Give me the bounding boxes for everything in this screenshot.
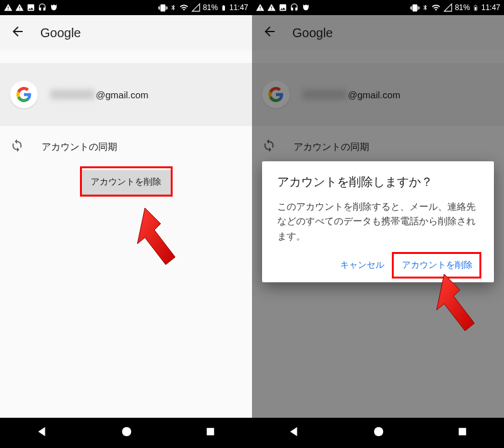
- battery-pct: 81%: [203, 3, 218, 12]
- clock-time: 11:47: [481, 3, 500, 12]
- nav-recent-icon[interactable]: [204, 425, 217, 440]
- warning-icon: [267, 3, 276, 12]
- app-bar: Google: [0, 15, 252, 50]
- sync-label: アカウントの同期: [42, 141, 117, 153]
- svg-rect-2: [207, 428, 214, 435]
- bluetooth-icon: [422, 3, 428, 12]
- dialog-confirm-button[interactable]: アカウントを削除: [396, 253, 479, 277]
- svg-rect-3: [475, 7, 477, 10]
- warning-icon: [4, 3, 13, 12]
- delete-account-button[interactable]: アカウントを削除: [81, 170, 171, 194]
- svg-point-1: [122, 427, 132, 437]
- delete-button-container: アカウントを削除: [0, 170, 252, 194]
- vibrate-icon: [410, 3, 420, 13]
- status-bar: 81% 11:47: [252, 0, 504, 15]
- dialog-cancel-button[interactable]: キャンセル: [334, 253, 391, 277]
- image-icon: [26, 3, 35, 12]
- battery-icon: [472, 3, 479, 13]
- nav-home-icon[interactable]: [372, 425, 386, 441]
- clock-time: 11:47: [229, 3, 248, 12]
- nav-recent-icon[interactable]: [456, 425, 469, 440]
- navigation-bar: [0, 418, 252, 448]
- dialog-title: アカウントを削除しますか？: [277, 174, 479, 190]
- navigation-bar: [252, 418, 504, 448]
- wifi-icon: [179, 3, 189, 12]
- svg-rect-5: [459, 428, 466, 435]
- image-icon: [278, 3, 287, 12]
- cat-icon: [301, 3, 311, 13]
- confirm-dialog: アカウントを削除しますか？ このアカウントを削除すると、メール、連絡先などのすべ…: [262, 161, 494, 282]
- nav-back-icon[interactable]: [287, 425, 301, 441]
- battery-icon: [220, 3, 227, 13]
- cat-icon: [49, 3, 59, 13]
- headphones-icon: [38, 3, 47, 12]
- status-bar: 81% 11:47: [0, 0, 252, 15]
- wifi-icon: [431, 3, 441, 12]
- sync-icon: [10, 139, 24, 155]
- redacted-text: [50, 89, 94, 100]
- dialog-body: このアカウントを削除すると、メール、連絡先などのすべてのデータも携帯電話から削除…: [277, 199, 479, 243]
- account-header[interactable]: @gmail.com: [0, 63, 252, 126]
- warning-icon: [15, 3, 24, 12]
- account-email: @gmail.com: [50, 89, 149, 100]
- signal-icon: [444, 3, 452, 12]
- nav-back-icon[interactable]: [35, 425, 49, 441]
- google-logo-icon: [10, 81, 38, 108]
- annotation-arrow-icon: [126, 205, 183, 277]
- nav-home-icon[interactable]: [120, 425, 134, 441]
- screen-right: 81% 11:47 Google: [252, 0, 504, 448]
- dialog-actions: キャンセル アカウントを削除: [277, 253, 479, 277]
- sync-row[interactable]: アカウントの同期: [0, 126, 252, 168]
- page-title: Google: [40, 26, 81, 40]
- signal-icon: [192, 3, 200, 12]
- vibrate-icon: [158, 3, 168, 13]
- battery-pct: 81%: [455, 3, 470, 12]
- warning-icon: [256, 3, 265, 12]
- email-suffix: @gmail.com: [96, 89, 149, 100]
- svg-point-4: [374, 427, 384, 437]
- bluetooth-icon: [170, 3, 176, 12]
- screen-left: 81% 11:47 Google: [0, 0, 252, 448]
- back-arrow-icon[interactable]: [10, 24, 25, 42]
- headphones-icon: [290, 3, 299, 12]
- svg-rect-0: [223, 7, 225, 10]
